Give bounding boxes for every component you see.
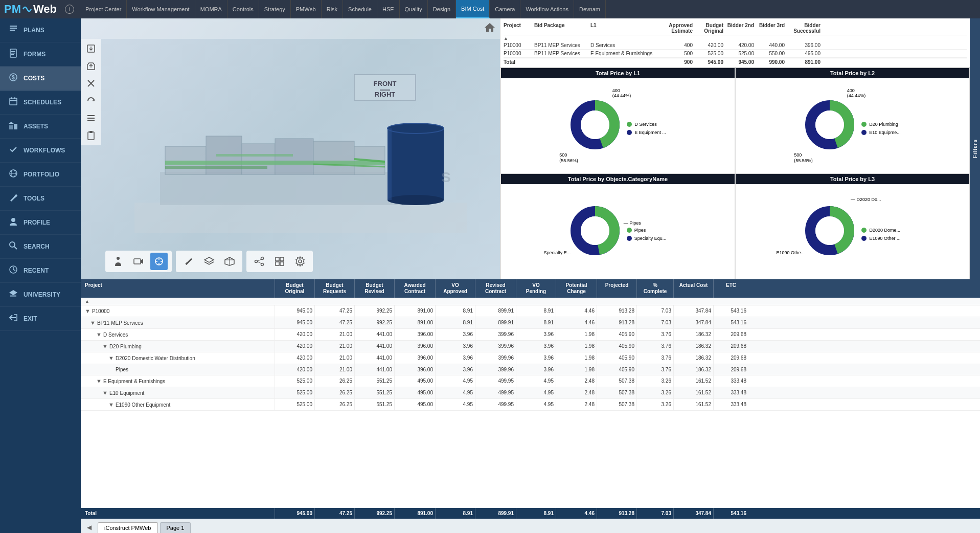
row-p10000-awarded-contract: 891.00: [395, 305, 436, 317]
expand-bp11[interactable]: ▼: [90, 320, 96, 326]
nav-devnam[interactable]: Devnam: [574, 0, 606, 18]
sidebar-item-plans[interactable]: PLANS: [0, 18, 81, 42]
expand-p10000[interactable]: ▼: [85, 308, 90, 314]
expand-d20-plumbing[interactable]: ▼: [102, 343, 108, 349]
data-row-d-services[interactable]: ▼ D Services 420.00 21.00 441.00 396.00 …: [81, 329, 980, 341]
sidebar-item-tools[interactable]: TOOLS: [0, 187, 81, 211]
th-project: Project: [81, 279, 275, 298]
nav-project-center[interactable]: Project Center: [80, 0, 127, 18]
recent-icon: [8, 265, 18, 276]
nav-schedule[interactable]: Schedule: [343, 0, 377, 18]
person-view-button[interactable]: [109, 253, 127, 270]
sidebar-item-exit[interactable]: EXIT: [0, 307, 81, 331]
nav-hse[interactable]: HSE: [377, 0, 400, 18]
bim-import-button[interactable]: [83, 58, 99, 74]
settings-button[interactable]: [291, 253, 309, 270]
data-row-e-equipment[interactable]: ▼ E Equipment & Furnishings 525.00 26.25…: [81, 375, 980, 387]
bid-row2-successful: 495.00: [785, 51, 821, 56]
data-row-p10000[interactable]: ▼ P10000 945.00 47.25 992.25 891.00 8.91…: [81, 305, 980, 317]
layers-button[interactable]: [200, 253, 218, 270]
nav-momra[interactable]: MOMRA: [195, 0, 227, 18]
schedules-icon: [8, 97, 18, 108]
svg-text:S: S: [441, 169, 451, 185]
bid-row1-bidder2: 420.00: [723, 42, 754, 48]
svg-rect-2: [10, 30, 15, 31]
sidebar-item-assets[interactable]: ASSETS: [0, 115, 81, 139]
bid-total-label: Total: [504, 59, 534, 65]
nav-pmweb[interactable]: PMWeb: [291, 0, 322, 18]
nav-workflow-actions[interactable]: Workflow Actions: [520, 0, 574, 18]
svg-point-85: [581, 110, 609, 139]
bottom-tabs: ◀ iConstruct PMWeb Page 1: [81, 519, 980, 533]
nav-bim-cost[interactable]: BIM Cost: [456, 0, 490, 18]
info-icon[interactable]: i: [65, 5, 74, 14]
sidebar-item-schedules[interactable]: SCHEDULES: [0, 91, 81, 115]
nav-camera[interactable]: Camera: [490, 0, 520, 18]
sidebar-item-recent[interactable]: RECENT: [0, 259, 81, 283]
svg-rect-37: [160, 172, 426, 205]
svg-rect-5: [11, 53, 15, 54]
expand-e1090[interactable]: ▼: [108, 402, 114, 408]
nav-design[interactable]: Design: [428, 0, 456, 18]
bim-refresh-button[interactable]: [83, 93, 99, 108]
data-row-bp11[interactable]: ▼ BP11 MEP Services 945.00 47.25 992.25 …: [81, 317, 980, 329]
row-p10000-budget-original: 945.00: [275, 305, 315, 317]
svg-rect-42: [313, 141, 354, 174]
svg-text:$: $: [12, 75, 15, 80]
bid-row1-budget: 420.00: [693, 42, 723, 48]
sidebar-item-university[interactable]: UNIVERSITY: [0, 283, 81, 307]
svg-rect-6: [11, 54, 14, 55]
chart-l2-title: Total Price by L2: [736, 68, 969, 78]
bid-row1-approved: 400: [662, 42, 693, 48]
data-row-pipes[interactable]: Pipes 420.00 21.00 441.00 396.00 3.96 39…: [81, 364, 980, 375]
filters-sidebar[interactable]: Filters: [970, 18, 980, 279]
network-button[interactable]: [250, 253, 268, 270]
page-nav-prev[interactable]: ◀: [85, 522, 94, 533]
grid-button[interactable]: [271, 253, 288, 270]
sidebar-item-search[interactable]: SEARCH: [0, 235, 81, 259]
nav-strategy[interactable]: Strategy: [259, 0, 291, 18]
nav-workflow-management[interactable]: Workflow Management: [127, 0, 195, 18]
data-table-body[interactable]: ▲ ▼ P10000 945.00 47.25 992.25 891.00 8.…: [81, 298, 980, 508]
data-row-e10-equipment[interactable]: ▼ E10 Equipment 525.00 26.25 551.25 495.…: [81, 387, 980, 399]
sidebar-item-costs[interactable]: $ COSTS: [0, 66, 81, 91]
bid-th-l1: L1: [590, 23, 662, 34]
svg-point-20: [10, 242, 15, 247]
chart-objects-content: — Pipes Specialty E...: [501, 184, 735, 279]
measure-button[interactable]: [180, 253, 197, 270]
data-row-d20-plumbing[interactable]: ▼ D20 Plumbing 420.00 21.00 441.00 396.0…: [81, 341, 980, 352]
bim-home-button[interactable]: [484, 21, 496, 36]
data-table-total-row: Total 945.00 47.25 992.25 891.00 8.91 89…: [81, 508, 980, 519]
sidebar-item-profile[interactable]: PROFILE: [0, 211, 81, 235]
tab-page1[interactable]: Page 1: [160, 522, 191, 533]
chart-l1-content: 400(44.44%) 500(55.56%): [501, 78, 735, 173]
filters-label: Filters: [972, 139, 978, 158]
video-view-button[interactable]: [130, 253, 147, 270]
sidebar-item-portfolio[interactable]: PORTFOLIO: [0, 163, 81, 187]
expand-e-equipment[interactable]: ▼: [96, 378, 102, 384]
svg-point-73: [255, 260, 258, 263]
expand-d-services[interactable]: ▼: [96, 331, 102, 338]
nav-controls[interactable]: Controls: [227, 0, 259, 18]
data-row-e1090[interactable]: ▼ E1090 Other Equipment 525.00 26.25 551…: [81, 399, 980, 411]
th-pct-complete: %Complete: [637, 279, 674, 298]
svg-text:RIGHT: RIGHT: [375, 91, 396, 98]
sidebar-item-forms[interactable]: FORMS: [0, 42, 81, 66]
nav-quality[interactable]: Quality: [400, 0, 428, 18]
tab-iconstruct[interactable]: iConstruct PMWeb: [98, 522, 158, 533]
expand-d2020[interactable]: ▼: [108, 355, 114, 361]
sidebar-item-workflows[interactable]: WORKFLOWS: [0, 139, 81, 163]
bid-total-bidder2: 945.00: [723, 59, 754, 65]
bid-th-successful: Bidder Successful: [785, 23, 821, 34]
bim-bottom-toolbar: [101, 243, 500, 279]
nav-risk[interactable]: Risk: [322, 0, 343, 18]
bim-clipboard-button[interactable]: [83, 128, 99, 143]
crosshair-button[interactable]: [150, 253, 168, 270]
expand-e10[interactable]: ▼: [102, 390, 108, 396]
bim-cancel-button[interactable]: [83, 76, 99, 91]
data-row-d2020[interactable]: ▼ D2020 Domestic Water Distribution 420.…: [81, 352, 980, 364]
bim-list-button[interactable]: [83, 110, 99, 126]
svg-point-49: [388, 195, 444, 205]
cube-button[interactable]: [221, 253, 238, 270]
bim-export-button[interactable]: [83, 41, 99, 56]
